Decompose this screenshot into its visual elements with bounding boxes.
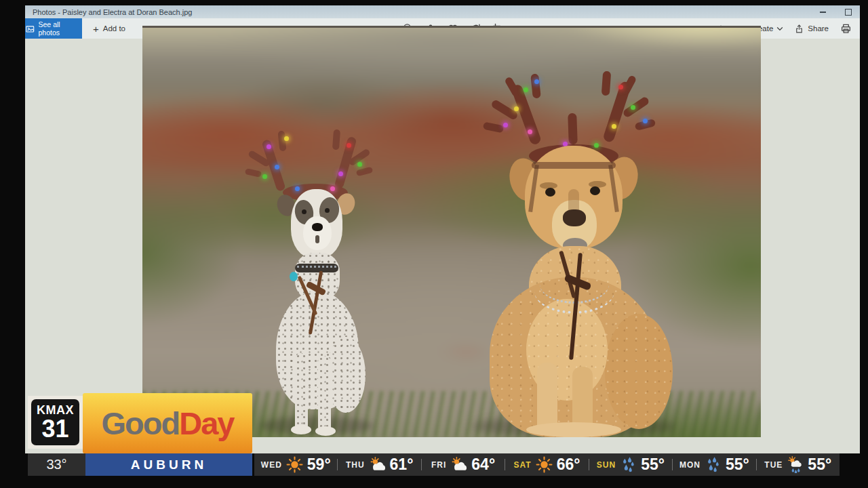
forecast-day-label: FRI (431, 460, 446, 470)
show-logo-word1: Good (102, 405, 180, 441)
minimize-button[interactable] (816, 6, 829, 18)
right-dog (461, 75, 685, 437)
light-dot (338, 171, 343, 176)
see-all-photos-label: See all photos (39, 20, 82, 37)
see-all-photos-button[interactable]: See all photos (25, 18, 82, 39)
left-dog (254, 129, 376, 437)
paw-fluff (526, 422, 621, 437)
forecast-day-label: WED (261, 460, 282, 470)
title-bar: Photos - Paisley and Electra at Doran Be… (25, 5, 860, 18)
mouth (315, 235, 319, 243)
forecast-day-fri: FRI 64° (422, 453, 505, 476)
paw (291, 425, 311, 434)
share-icon (794, 24, 804, 34)
forecast-day-thu: THU 61° (338, 453, 420, 476)
headband-strap (532, 162, 616, 169)
show-logo-text: GoodDay (102, 407, 234, 439)
light-dot (524, 87, 528, 92)
light-dot (643, 119, 648, 123)
antler-tine (530, 73, 541, 98)
forecast-day-wed: WED 59° (254, 453, 337, 476)
maximize-button[interactable] (842, 6, 854, 18)
forecast-day-sun: SUN 55° (589, 453, 672, 476)
plus-icon: + (93, 24, 99, 34)
station-badge-inner: KMAX 31 (31, 399, 79, 445)
share-label: Share (808, 24, 829, 33)
tv-frame: Photos - Paisley and Electra at Doran Be… (0, 0, 868, 488)
light-dot (262, 174, 267, 179)
forecast-temp: 55° (641, 455, 665, 474)
eye (545, 188, 555, 197)
forecast-day-label: SUN (597, 460, 616, 470)
light-dot (612, 124, 616, 129)
forecast-temp: 55° (726, 455, 749, 474)
forecast-day-mon: MON 55° (673, 453, 755, 476)
rain-icon (620, 456, 637, 473)
light-dot (631, 105, 635, 110)
forecast-day-label: MON (679, 460, 701, 470)
antler-tine (277, 131, 286, 152)
collar-tag (290, 272, 298, 281)
sunny-icon (286, 456, 303, 473)
current-temp: 33° (28, 453, 85, 476)
print-button[interactable] (840, 22, 852, 35)
antler-tine (601, 71, 611, 96)
sunny-icon (536, 456, 553, 473)
collar-chain (297, 266, 336, 268)
window-controls (816, 5, 854, 18)
paw (315, 426, 336, 436)
eye (302, 209, 307, 214)
add-to-label: Add to (103, 24, 125, 33)
print-icon (840, 23, 852, 35)
light-dot (330, 186, 335, 191)
forecast-temp: 61° (390, 455, 414, 474)
forecast-temp: 64° (471, 455, 495, 474)
forecast-ticker: WED 59° THU 61° (254, 453, 840, 476)
sun-shower-icon (787, 456, 804, 473)
partly-cloudy-icon (450, 456, 467, 473)
muzzle (303, 216, 332, 250)
forecast-day-sat: SAT 66° (505, 453, 588, 476)
light-dot (534, 79, 539, 84)
forecast-temp: 55° (808, 455, 831, 474)
share-button[interactable]: Share (794, 24, 829, 34)
station-call-sign: KMAX (37, 404, 74, 416)
station-badge: KMAX 31 (28, 396, 83, 449)
collar (295, 264, 338, 272)
light-dot (347, 143, 351, 148)
station-channel: 31 (41, 417, 68, 441)
haunch (605, 314, 673, 429)
light-dot (275, 165, 279, 169)
light-dot (295, 186, 300, 191)
nose (563, 209, 586, 226)
haunch (326, 337, 366, 413)
light-dot (357, 162, 362, 167)
minimize-icon (820, 12, 826, 13)
rain-icon (705, 456, 722, 473)
antler-tine (568, 113, 578, 144)
forecast-temp: 66° (557, 455, 580, 474)
forecast-day-label: TUE (764, 460, 783, 470)
forecast-day-tue: TUE 55° (757, 453, 840, 476)
front-leg (295, 353, 308, 433)
light-dot (618, 85, 623, 89)
light-dot (528, 129, 532, 134)
partly-cloudy-icon (369, 456, 386, 473)
add-to-button[interactable]: + Add to (87, 18, 131, 39)
forecast-temp: 59° (307, 455, 331, 474)
antler-tine (483, 122, 505, 134)
light-dot (514, 106, 519, 111)
maximize-icon (845, 9, 852, 16)
front-leg (318, 356, 331, 433)
light-dot (267, 144, 271, 149)
photos-app-window: Photos - Paisley and Electra at Doran Be… (25, 5, 860, 453)
forecast-day-label: SAT (514, 460, 532, 470)
show-logo-banner: GoodDay (83, 393, 252, 453)
location-label: AUBURN (85, 453, 252, 476)
photos-icon (25, 24, 35, 34)
photo-viewer-image (142, 26, 761, 437)
window-title: Photos - Paisley and Electra at Doran Be… (25, 8, 192, 16)
light-dot (284, 136, 289, 141)
antler-tine (356, 167, 373, 177)
light-dot (503, 123, 508, 127)
